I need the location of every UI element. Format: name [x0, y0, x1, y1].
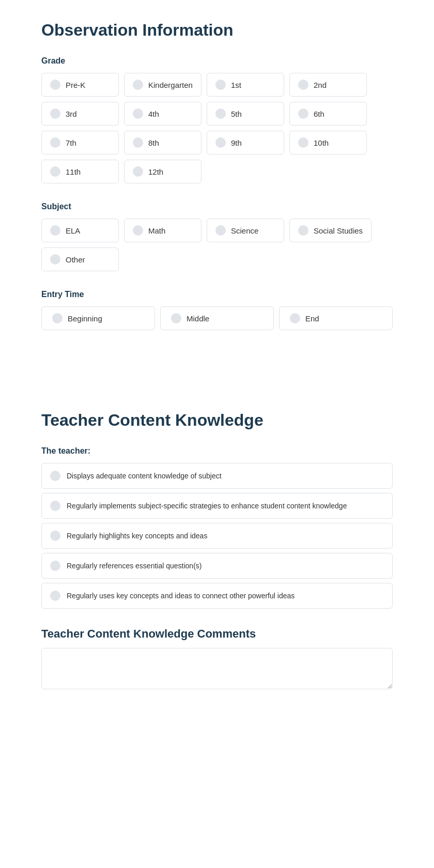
comments-textarea[interactable]: [41, 648, 393, 689]
grade-4th[interactable]: 4th: [124, 102, 202, 126]
grade-10th-label: 10th: [314, 138, 329, 147]
subject-ela[interactable]: ELA: [41, 219, 119, 242]
radio-11th: [50, 166, 60, 177]
radio-1st: [215, 80, 226, 90]
grade-7th-label: 7th: [66, 138, 76, 147]
grade-12th-label: 12th: [148, 167, 163, 176]
subject-math[interactable]: Math: [124, 219, 202, 242]
checklist-item-2[interactable]: Regularly implements subject-specific st…: [41, 493, 393, 519]
entry-time-section: Entry Time Beginning Middle End: [41, 290, 393, 330]
teacher-section: The teacher: Displays adequate content k…: [41, 446, 393, 609]
entry-beginning[interactable]: Beginning: [41, 306, 155, 330]
subject-social-studies-label: Social Studies: [314, 226, 363, 235]
grade-3rd-label: 3rd: [66, 110, 77, 118]
radio-beginning: [52, 313, 63, 323]
grade-9th-label: 9th: [231, 138, 242, 147]
radio-kindergarten: [133, 80, 143, 90]
section-spacer: [41, 349, 393, 411]
radio-ela: [50, 225, 60, 236]
subject-label: Subject: [41, 202, 393, 211]
check-circle-4: [50, 561, 60, 571]
grade-4th-label: 4th: [148, 110, 159, 118]
checklist-item-5-label: Regularly uses key concepts and ideas to…: [67, 592, 295, 600]
radio-9th: [215, 137, 226, 148]
comments-title: Teacher Content Knowledge Comments: [41, 627, 393, 641]
check-circle-5: [50, 591, 60, 601]
teacher-content-title: Teacher Content Knowledge: [41, 411, 393, 430]
grade-kindergarten-label: Kindergarten: [148, 81, 193, 89]
check-circle-3: [50, 531, 60, 541]
entry-time-options: Beginning Middle End: [41, 306, 393, 330]
entry-time-label: Entry Time: [41, 290, 393, 299]
checklist-item-3-label: Regularly highlights key concepts and id…: [67, 532, 207, 540]
checklist-item-2-label: Regularly implements subject-specific st…: [67, 502, 347, 510]
radio-12th: [133, 166, 143, 177]
subject-other-label: Other: [66, 255, 85, 264]
grade-prek[interactable]: Pre-K: [41, 73, 119, 97]
checklist-item-1[interactable]: Displays adequate content knowledge of s…: [41, 463, 393, 489]
grade-section: Grade Pre-K Kindergarten 1st 2nd 3rd: [41, 56, 393, 183]
grade-2nd[interactable]: 2nd: [289, 73, 367, 97]
checklist-item-4-label: Regularly references essential question(…: [67, 562, 202, 570]
grade-11th-label: 11th: [66, 167, 81, 176]
checklist-item-5[interactable]: Regularly uses key concepts and ideas to…: [41, 583, 393, 609]
subject-social-studies[interactable]: Social Studies: [289, 219, 371, 242]
radio-10th: [298, 137, 308, 148]
entry-middle[interactable]: Middle: [160, 306, 274, 330]
check-circle-1: [50, 471, 60, 481]
grade-2nd-label: 2nd: [314, 81, 327, 89]
grade-6th[interactable]: 6th: [289, 102, 367, 126]
subject-other[interactable]: Other: [41, 247, 119, 271]
radio-4th: [133, 109, 143, 119]
grade-1st[interactable]: 1st: [207, 73, 284, 97]
checklist-item-4[interactable]: Regularly references essential question(…: [41, 553, 393, 579]
radio-8th: [133, 137, 143, 148]
radio-6th: [298, 109, 308, 119]
subject-science-label: Science: [231, 226, 258, 235]
radio-prek: [50, 80, 60, 90]
radio-middle: [171, 313, 181, 323]
grade-11th[interactable]: 11th: [41, 160, 119, 183]
subject-options: ELA Math Science Social Studies Other: [41, 219, 393, 271]
radio-7th: [50, 137, 60, 148]
subject-math-label: Math: [148, 226, 165, 235]
the-teacher-label: The teacher:: [41, 446, 393, 456]
radio-math: [133, 225, 143, 236]
grade-9th[interactable]: 9th: [207, 131, 284, 154]
entry-middle-label: Middle: [187, 314, 209, 323]
subject-section: Subject ELA Math Science Social Studies …: [41, 202, 393, 271]
check-circle-2: [50, 501, 60, 511]
radio-social-studies: [298, 225, 308, 236]
grade-8th[interactable]: 8th: [124, 131, 202, 154]
grade-prek-label: Pre-K: [66, 81, 85, 89]
grade-3rd[interactable]: 3rd: [41, 102, 119, 126]
grade-6th-label: 6th: [314, 110, 324, 118]
subject-ela-label: ELA: [66, 226, 80, 235]
radio-other: [50, 254, 60, 265]
radio-science: [215, 225, 226, 236]
radio-end: [290, 313, 300, 323]
grade-kindergarten[interactable]: Kindergarten: [124, 73, 202, 97]
grade-label: Grade: [41, 56, 393, 66]
entry-end[interactable]: End: [279, 306, 393, 330]
grade-8th-label: 8th: [148, 138, 159, 147]
subject-science[interactable]: Science: [207, 219, 284, 242]
grade-options: Pre-K Kindergarten 1st 2nd 3rd 4th: [41, 73, 393, 183]
observation-info-title: Observation Information: [41, 21, 393, 40]
grade-12th[interactable]: 12th: [124, 160, 202, 183]
radio-2nd: [298, 80, 308, 90]
entry-end-label: End: [305, 314, 319, 323]
grade-10th[interactable]: 10th: [289, 131, 367, 154]
grade-1st-label: 1st: [231, 81, 241, 89]
radio-5th: [215, 109, 226, 119]
radio-3rd: [50, 109, 60, 119]
comments-section: Teacher Content Knowledge Comments: [41, 627, 393, 691]
grade-5th[interactable]: 5th: [207, 102, 284, 126]
grade-7th[interactable]: 7th: [41, 131, 119, 154]
checklist-item-1-label: Displays adequate content knowledge of s…: [67, 472, 222, 480]
checklist-item-3[interactable]: Regularly highlights key concepts and id…: [41, 523, 393, 549]
entry-beginning-label: Beginning: [68, 314, 102, 323]
grade-5th-label: 5th: [231, 110, 242, 118]
